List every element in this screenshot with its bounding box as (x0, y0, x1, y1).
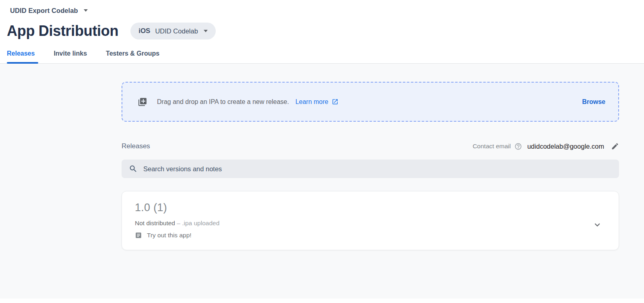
search-icon (129, 164, 138, 173)
notes-icon (135, 232, 142, 239)
release-status-detail: – .ipa uploaded (177, 220, 219, 226)
release-card[interactable]: 1.0 (1) Not distributed – .ipa uploaded … (122, 191, 619, 250)
library-add-icon (138, 97, 147, 107)
tab-invite-links[interactable]: Invite links (54, 50, 88, 63)
learn-more-label: Learn more (295, 98, 328, 106)
open-in-new-icon (332, 98, 339, 105)
release-notes-line: Try out this app! (135, 232, 606, 239)
contact-email-value: udidcodelab@google.com (527, 143, 604, 150)
chevron-down-icon (204, 30, 208, 32)
page-header: UDID Export Codelab App Distribution iOS… (0, 0, 644, 64)
contact-email-row: Contact email udidcodelab@google.com (473, 142, 619, 150)
browse-button[interactable]: Browse (580, 95, 608, 109)
ipa-dropzone[interactable]: Drag and drop an IPA to create a new rel… (122, 82, 619, 122)
release-status-line: Not distributed – .ipa uploaded (135, 220, 606, 227)
learn-more-link[interactable]: Learn more (295, 98, 339, 106)
app-name-label: UDID Codelab (155, 27, 198, 35)
ios-platform-icon: iOS (138, 27, 150, 35)
chevron-down-icon[interactable] (84, 9, 88, 12)
release-version: 1.0 (1) (135, 201, 606, 214)
tab-testers-groups[interactable]: Testers & Groups (106, 50, 161, 63)
expand-release-chevron-icon[interactable] (592, 220, 603, 230)
release-status: Not distributed (135, 220, 175, 226)
page-title: App Distribution (7, 23, 118, 39)
release-notes-text: Try out this app! (147, 232, 192, 239)
dropzone-message: Drag and drop an IPA to create a new rel… (157, 98, 289, 106)
search-bar[interactable] (122, 160, 619, 178)
project-selector[interactable]: UDID Export Codelab (10, 7, 78, 15)
tab-releases[interactable]: Releases (7, 50, 36, 63)
edit-pencil-icon[interactable] (611, 142, 619, 150)
help-icon[interactable] (514, 143, 522, 150)
app-selector-chip[interactable]: iOS UDID Codelab (130, 23, 216, 39)
releases-section-heading: Releases (122, 142, 150, 150)
search-input[interactable] (143, 160, 612, 178)
tab-bar: Releases Invite links Testers & Groups (0, 50, 644, 64)
contact-email-label: Contact email (473, 143, 511, 150)
main-content: Drag and drop an IPA to create a new rel… (0, 64, 644, 299)
